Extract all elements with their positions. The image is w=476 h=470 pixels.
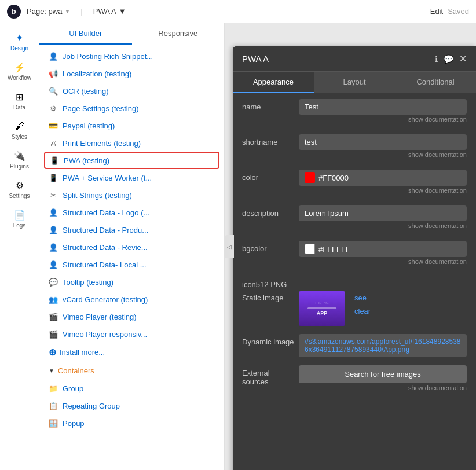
list-item[interactable]: 📱 PWA + Service Worker (t... [39,169,224,186]
tab-ui-builder[interactable]: UI Builder [39,23,132,45]
description-show-doc[interactable]: show documentation [299,221,467,233]
bgcolor-input-wrap[interactable]: #FFFFFF [299,241,467,257]
sidebar-item-data[interactable]: ⊞ Data [2,87,37,114]
page-label: Page: pwa [27,7,62,16]
bgcolor-field-row: bgcolor #FFFFFF show documentation [233,235,476,271]
sidebar-item-design[interactable]: ✦ Design [2,28,37,55]
edit-button[interactable]: Edit [430,7,443,16]
list-item-group[interactable]: 📁 Group [39,380,224,397]
list-item[interactable]: 👤 Structured Data- Local ... [39,256,224,273]
workflow-label: Workflow [8,75,31,81]
popup-label: Popup [63,419,85,428]
group-label: Group [63,384,83,393]
clear-button[interactable]: clear [354,307,371,315]
list-item[interactable]: 👤 Structured Data - Revie... [39,238,224,256]
separator: | [80,7,82,16]
plugin-label: Vimeo Player (testing) [63,313,137,321]
close-icon[interactable]: ✕ [459,53,467,64]
list-item[interactable]: 👤 Structured Data - Produ... [39,221,224,238]
static-image-col: THE INC. APP see clear [299,291,467,326]
color-value: #FF0000 [318,174,349,182]
bgcolor-show-doc[interactable]: show documentation [299,257,467,269]
shortname-show-doc[interactable]: show documentation [299,150,467,161]
sidebar-item-settings[interactable]: ⚙ Settings [2,175,37,203]
color-input-wrap[interactable]: #FF0000 [299,170,467,186]
dynamic-image-label: Dynamic image [242,334,294,346]
plugin-icon: 👤 [49,243,58,252]
list-item[interactable]: 👥 vCard Generator (testing) [39,291,224,308]
plugin-icon: 📢 [49,69,58,78]
shortname-field-label: shortname [242,134,294,146]
list-item-popup[interactable]: 🪟 Popup [39,414,224,432]
app-image-thumbnail[interactable]: THE INC. APP [299,291,345,326]
sidebar-item-logs[interactable]: 📄 Logs [2,205,37,232]
pwa-panel-header: PWA A ℹ 💬 ✕ [233,46,476,72]
image-content: THE INC. APP see clear [299,291,467,326]
plugin-panel: UI Builder Responsive 👤 Job Posting Rich… [39,23,225,470]
list-item[interactable]: 📢 Localization (testing) [39,65,224,82]
list-item[interactable]: 🔍 OCR (testing) [39,82,224,100]
settings-icon: ⚙ [13,179,26,192]
sidebar-item-workflow[interactable]: ⚡ Workflow [2,57,37,85]
canvas-area: ◁ PWA A ℹ 💬 ✕ Appearance Layout Conditio… [225,23,476,470]
color-show-doc[interactable]: show documentation [299,186,467,197]
workflow-icon: ⚡ [13,61,26,74]
page-selector[interactable]: Page: pwa ▼ [27,7,70,16]
see-button[interactable]: see [354,293,371,302]
pwa-panel-title: PWA A [242,54,435,64]
description-field-col: show documentation [299,205,467,233]
plugin-label: Page Settings (testing) [63,104,139,113]
external-sources-label: External sources [242,365,294,386]
plugin-label: vCard Generator (testing) [63,295,148,304]
color-field-row: color #FF0000 show documentation [233,164,476,200]
tab-responsive[interactable]: Responsive [132,23,225,45]
comment-icon[interactable]: 💬 [444,54,453,64]
search-free-images-button[interactable]: Search for free images [299,365,467,383]
sidebar-item-styles[interactable]: 🖌 Styles [2,116,37,144]
plugin-label: Localization (testing) [63,69,131,78]
topbar: b Page: pwa ▼ | PWA A ▼ Edit Saved [0,0,476,23]
description-input[interactable] [299,205,467,221]
pwa-selector[interactable]: PWA A ▼ [93,7,126,16]
list-item[interactable]: 👤 Job Posting Rich Snippet... [39,47,224,65]
list-item[interactable]: 💳 Paypal (testing) [39,117,224,134]
plus-icon: ⊕ [49,347,56,358]
list-item[interactable]: 🖨 Print Elements (testing) [39,134,224,152]
list-item-pwa[interactable]: 📱 PWA (testing) [44,152,219,169]
list-item[interactable]: 👤 Structured Data - Logo (... [39,204,224,221]
list-item[interactable]: 🎬 Vimeo Player responsiv... [39,325,224,343]
name-input[interactable] [299,99,467,115]
design-label: Design [10,45,28,52]
color-swatch[interactable] [305,172,315,183]
plugin-label: Job Posting Rich Snippet... [63,52,153,61]
plugin-label-pwa: PWA (testing) [64,156,109,165]
tab-conditional[interactable]: Conditional [395,72,476,93]
info-icon[interactable]: ℹ [435,54,438,64]
install-more-label: Install more... [60,348,105,357]
plugin-label: OCR (testing) [63,87,108,96]
collapse-panel-button[interactable]: ◁ [225,235,234,258]
external-sources-show-doc[interactable]: show documentation [299,383,467,395]
name-field-label: name [242,99,294,111]
list-item-repeating-group[interactable]: 📋 Repeating Group [39,397,224,414]
popup-icon: 🪟 [49,418,58,428]
list-item[interactable]: ✂ Split Strings (testing) [39,186,224,204]
name-show-doc[interactable]: show documentation [299,115,467,126]
plugin-icon: 💳 [49,121,58,130]
list-item[interactable]: 🎬 Vimeo Player (testing) [39,308,224,325]
containers-label: Containers [58,366,94,375]
containers-section-header[interactable]: ▼ Containers [39,362,224,380]
tab-layout[interactable]: Layout [314,72,395,93]
list-item[interactable]: 💬 Tooltip (testing) [39,273,224,291]
install-more-button[interactable]: ⊕ Install more... [39,343,224,362]
tab-appearance[interactable]: Appearance [233,72,314,93]
list-item[interactable]: ⚙ Page Settings (testing) [39,100,224,117]
plugin-icon: 👤 [49,260,58,269]
plugin-icon: 🔍 [49,86,58,96]
plugin-icon: ✂ [49,190,58,200]
sidebar-item-plugins[interactable]: 🔌 Plugins [2,146,37,173]
dynamic-image-url[interactable]: //s3.amazonaws.com/appforest_uf/f1618489… [299,334,467,357]
bgcolor-swatch[interactable] [305,244,315,254]
containers-arrow-icon: ▼ [49,368,54,374]
shortname-input[interactable] [299,134,467,150]
